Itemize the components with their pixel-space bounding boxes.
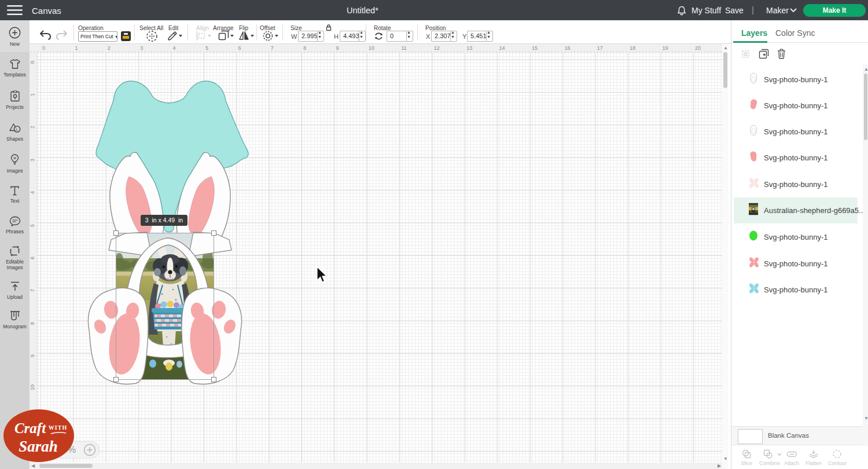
svg-text:WITH: WITH [49,424,67,431]
svg-text:Craft: Craft [14,420,46,436]
svg-text:Sarah: Sarah [19,438,58,455]
